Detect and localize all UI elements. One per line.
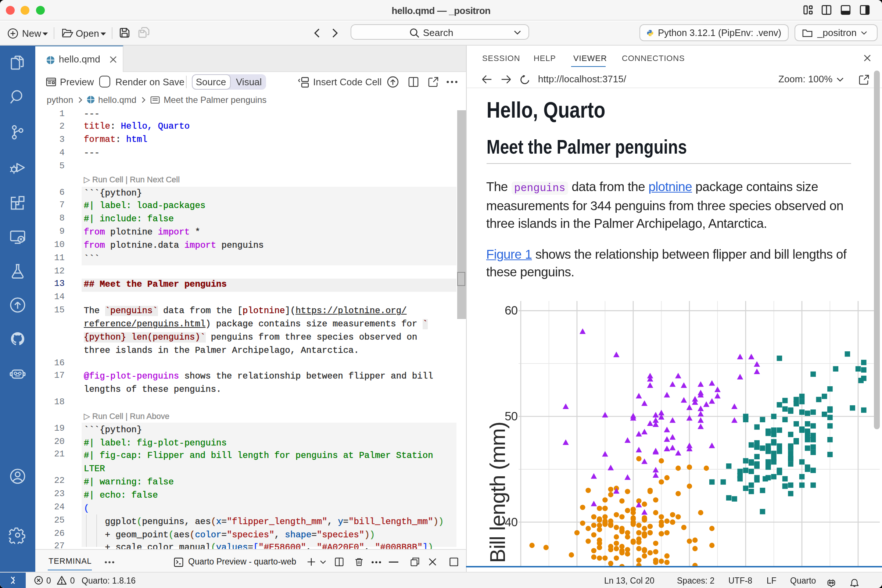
svg-text:50: 50 <box>505 410 518 423</box>
svg-text:60: 60 <box>505 303 518 317</box>
svg-text:Bill length (mm): Bill length (mm) <box>486 422 509 563</box>
